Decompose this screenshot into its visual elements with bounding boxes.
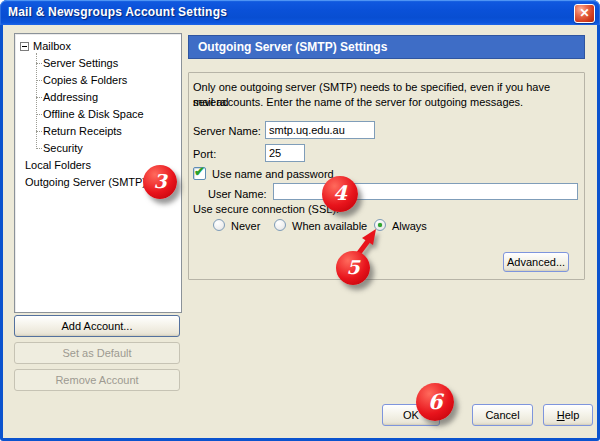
tree-item-addressing[interactable]: Addressing bbox=[15, 89, 179, 106]
window-title: Mail & Newsgroups Account Settings bbox=[8, 5, 227, 19]
advanced-label: Advanced... bbox=[504, 253, 568, 271]
ssl-when-available-label: When available bbox=[292, 219, 367, 233]
use-name-password-label: Use name and password bbox=[212, 167, 334, 181]
tree-item-offline-disk-space[interactable]: Offline & Disk Space bbox=[15, 106, 179, 123]
server-name-label: Server Name: bbox=[193, 124, 261, 138]
port-input[interactable] bbox=[265, 144, 305, 162]
tree-item-label: Local Folders bbox=[25, 157, 91, 174]
panel-title: Outgoing Server (SMTP) Settings bbox=[188, 35, 585, 59]
help-button[interactable]: Help bbox=[543, 404, 593, 426]
collapse-icon[interactable] bbox=[20, 42, 29, 51]
tree-item-copies-folders[interactable]: Copies & Folders bbox=[15, 72, 179, 89]
tree-item-label: Addressing bbox=[43, 89, 98, 106]
tree-item-label: Mailbox bbox=[33, 38, 71, 55]
tree-item-mailbox[interactable]: Mailbox bbox=[15, 38, 179, 55]
close-icon[interactable]: ✕ bbox=[574, 4, 595, 23]
advanced-button[interactable]: Advanced... bbox=[503, 252, 569, 272]
port-label: Port: bbox=[193, 147, 216, 161]
account-settings-dialog: Mail & Newsgroups Account Settings ✕ Mai… bbox=[0, 0, 600, 441]
description-line2: mail accounts. Enter the name of the ser… bbox=[193, 95, 579, 110]
ssl-never-label: Never bbox=[231, 219, 260, 233]
set-as-default-button[interactable]: Set as Default bbox=[14, 342, 180, 364]
add-account-label: Add Account... bbox=[15, 316, 179, 336]
ssl-never-radio[interactable] bbox=[213, 219, 225, 231]
user-name-label: User Name: bbox=[208, 187, 267, 201]
tree-item-server-settings[interactable]: Server Settings bbox=[15, 55, 179, 72]
tree-item-label: Outgoing Server (SMTP) bbox=[25, 174, 146, 191]
ssl-label: Use secure connection (SSL): bbox=[193, 202, 339, 216]
use-name-password-checkbox[interactable]: ✔ bbox=[193, 167, 206, 180]
set-as-default-label: Set as Default bbox=[15, 343, 179, 363]
user-name-input[interactable] bbox=[273, 183, 578, 200]
tree-item-label: Return Receipts bbox=[43, 123, 122, 140]
remove-account-label: Remove Account bbox=[15, 370, 179, 390]
cancel-button[interactable]: Cancel bbox=[472, 404, 533, 426]
tree-item-label: Copies & Folders bbox=[43, 72, 127, 89]
remove-account-button[interactable]: Remove Account bbox=[14, 369, 180, 391]
tree-item-return-receipts[interactable]: Return Receipts bbox=[15, 123, 179, 140]
ssl-always-radio[interactable] bbox=[374, 219, 386, 231]
radio-dot-icon bbox=[378, 223, 382, 227]
check-icon: ✔ bbox=[194, 165, 205, 178]
dialog-body: Mailbox Server Settings Copies & Folders… bbox=[3, 25, 597, 438]
add-account-button[interactable]: Add Account... bbox=[14, 315, 180, 337]
cancel-label: Cancel bbox=[473, 405, 532, 425]
annotation-badge-4: 4 bbox=[322, 176, 358, 212]
tree-item-label: Server Settings bbox=[43, 55, 118, 72]
annotation-badge-3: 3 bbox=[143, 165, 177, 199]
server-name-input[interactable] bbox=[265, 121, 375, 139]
ssl-when-available-radio[interactable] bbox=[274, 219, 286, 231]
annotation-badge-5: 5 bbox=[336, 251, 370, 285]
tree-item-label: Offline & Disk Space bbox=[43, 106, 144, 123]
help-label: Help bbox=[544, 405, 592, 425]
title-bar: Mail & Newsgroups Account Settings ✕ bbox=[0, 0, 600, 25]
tree-item-security[interactable]: Security bbox=[15, 140, 179, 157]
ssl-always-label: Always bbox=[392, 219, 427, 233]
tree-item-label: Security bbox=[43, 140, 83, 157]
annotation-badge-6: 6 bbox=[416, 383, 454, 421]
